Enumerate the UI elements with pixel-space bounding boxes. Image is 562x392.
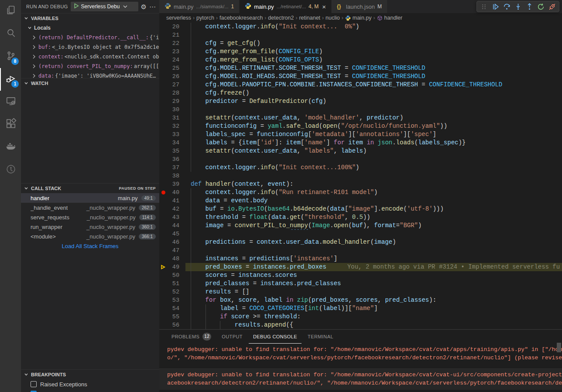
breakpoint-checkbox[interactable] xyxy=(31,381,37,387)
step-out-button[interactable] xyxy=(524,2,535,11)
line-gutter[interactable]: 44 xyxy=(159,222,185,230)
line-gutter[interactable]: 54 xyxy=(159,304,185,313)
line-gutter[interactable]: 23 xyxy=(159,48,185,56)
line-gutter[interactable]: 27 xyxy=(159,81,185,89)
close-icon[interactable]: × xyxy=(322,3,326,10)
variable-row[interactable]: data: {'image': 'iVBORw0KGo=AAAANSUhE… 5… xyxy=(21,71,159,78)
code-editor[interactable]: 20 context.logger.info("Init context... … xyxy=(159,23,562,329)
line-gutter[interactable]: 49 xyxy=(159,263,185,271)
continue-button[interactable] xyxy=(490,2,500,11)
line-gutter[interactable]: 45 xyxy=(159,230,185,238)
editor-tab-launch.json[interactable]: {}launch.jsonM xyxy=(332,0,387,13)
more-actions-icon[interactable]: ⋯ xyxy=(149,3,156,10)
line-number: 32 xyxy=(167,123,185,130)
line-gutter[interactable]: 42 xyxy=(159,205,185,213)
call-stack-section-header[interactable]: CALL STACK PAUSED ON STEP xyxy=(21,184,159,193)
panel-tab-terminal[interactable]: TERMINAL xyxy=(303,330,338,344)
debug-console-output[interactable]: pydev debugger: unable to find translati… xyxy=(159,344,562,392)
panel-tab-output[interactable]: OUTPUT xyxy=(217,330,247,344)
activity-run-and-debug-button[interactable]: 1 xyxy=(0,68,21,91)
line-gutter[interactable]: 30 xyxy=(159,106,185,114)
start-debugging-icon[interactable] xyxy=(73,3,79,10)
locals-group[interactable]: Locals xyxy=(21,23,159,33)
line-gutter[interactable]: 36 xyxy=(159,155,185,164)
variable-row[interactable]: (return) DefaultPredictor.__call__: {'in… xyxy=(21,33,159,42)
line-gutter[interactable]: 31 xyxy=(159,114,185,122)
panel-scrollbar[interactable] xyxy=(557,343,561,352)
breadcrumb-item-handler[interactable]: handler xyxy=(377,15,403,21)
frame-function: run_wrapper xyxy=(31,224,62,230)
activity-docker-button[interactable] xyxy=(0,136,21,159)
activity-search-button[interactable] xyxy=(0,23,21,45)
load-all-stack-frames-link[interactable]: Load All Stack Frames xyxy=(21,241,159,251)
editor-tab-main.py[interactable]: main.py.../retinanet/...4, M× xyxy=(240,0,332,13)
line-gutter[interactable]: 34 xyxy=(159,139,185,147)
line-gutter[interactable]: 25 xyxy=(159,64,185,72)
restart-button[interactable] xyxy=(535,2,546,11)
line-gutter[interactable]: 32 xyxy=(159,122,185,130)
activity-pipeline-button[interactable] xyxy=(0,159,21,181)
code-token: in xyxy=(367,139,374,146)
step-into-button[interactable] xyxy=(513,2,523,11)
call-stack-frame[interactable]: <module>_nuclio_wrapper.py366:1 xyxy=(21,232,159,241)
breadcrumb-item-detectron2[interactable]: detectron2 xyxy=(268,15,294,21)
line-gutter[interactable]: 35 xyxy=(159,147,185,155)
line-gutter[interactable]: 53 xyxy=(159,296,185,304)
editor-tab-main.py[interactable]: main.py.../siammask/...1 xyxy=(159,0,240,13)
gear-icon[interactable]: ⚙ xyxy=(141,3,147,10)
variable-row[interactable]: context: <nuclio_sdk.context.Context obj… xyxy=(21,52,159,61)
line-gutter[interactable]: 56 xyxy=(159,321,185,329)
line-gutter[interactable]: 47 xyxy=(159,246,185,255)
line-gutter[interactable]: 39 xyxy=(159,180,185,188)
debug-config-dropdown[interactable]: Serverless Debu xyxy=(71,2,138,11)
line-gutter[interactable]: 43 xyxy=(159,213,185,222)
line-gutter[interactable]: 38 xyxy=(159,172,185,180)
line-gutter[interactable]: 55 xyxy=(159,313,185,321)
panel-tab-debug-console[interactable]: DEBUG CONSOLE xyxy=(249,330,302,344)
line-gutter[interactable]: 37 xyxy=(159,164,185,172)
call-stack-frame[interactable]: serve_requests_nuclio_wrapper.py114:1 xyxy=(21,212,159,222)
line-gutter[interactable]: 20 xyxy=(159,23,185,31)
breadcrumb-item-pytorch[interactable]: pytorch xyxy=(196,15,214,21)
breadcrumb-item-retinanet[interactable]: retinanet xyxy=(299,15,320,21)
call-stack-frame[interactable]: run_wrapper_nuclio_wrapper.py360:1 xyxy=(21,222,159,232)
watch-section-header[interactable]: WATCH xyxy=(21,78,159,88)
breadcrumb-item-nuclio[interactable]: nuclio xyxy=(326,15,340,21)
code-token: int xyxy=(308,305,319,312)
line-gutter[interactable]: 24 xyxy=(159,56,185,64)
line-gutter[interactable]: 51 xyxy=(159,280,185,288)
code-token: score xyxy=(231,313,249,320)
variable-row[interactable]: buf: <_io.BytesIO object at 0x7f5a2dc1ec… xyxy=(21,42,159,52)
line-gutter[interactable]: 48 xyxy=(159,255,185,263)
code-line-56: 56 results.append({ xyxy=(159,321,562,329)
line-gutter[interactable]: 52 xyxy=(159,288,185,296)
breakpoints-section-header[interactable]: BREAKPOINTS xyxy=(21,370,159,379)
step-over-button[interactable] xyxy=(501,2,512,11)
line-gutter[interactable]: 46 xyxy=(159,238,185,246)
breadcrumb-item-facebookresearch[interactable]: facebookresearch xyxy=(219,15,263,21)
python-icon xyxy=(345,15,351,21)
line-gutter[interactable]: 22 xyxy=(159,39,185,48)
line-gutter[interactable]: 33 xyxy=(159,130,185,139)
activity-extensions-button[interactable] xyxy=(0,113,21,136)
activity-source-control-button[interactable]: 8 xyxy=(0,45,21,68)
line-gutter[interactable]: 40 xyxy=(159,188,185,197)
line-gutter[interactable]: 41 xyxy=(159,197,185,205)
variables-section-header[interactable]: VARIABLES xyxy=(21,14,159,23)
line-gutter[interactable]: 21 xyxy=(159,31,185,39)
line-gutter[interactable]: 26 xyxy=(159,72,185,81)
breadcrumb-item-serverless[interactable]: serverless xyxy=(166,15,191,21)
breadcrumb-item-main.py[interactable]: main.py xyxy=(345,15,372,21)
panel-tab-problems[interactable]: PROBLEMS12 xyxy=(167,330,216,344)
call-stack-frame[interactable]: handlermain.py49:1 xyxy=(21,193,159,203)
code-token: . xyxy=(216,65,220,72)
variable-row[interactable]: (return) convert_PIL_to_numpy: array([[[… xyxy=(21,61,159,71)
line-gutter[interactable]: 50 xyxy=(159,271,185,280)
disconnect-button[interactable] xyxy=(547,2,557,11)
code-token: pred_boxes xyxy=(206,263,242,270)
call-stack-frame[interactable]: _handle_event_nuclio_wrapper.py262:1 xyxy=(21,203,159,212)
line-gutter[interactable]: 29 xyxy=(159,97,185,106)
activity-remote-explorer-button[interactable] xyxy=(0,91,21,113)
line-gutter[interactable]: 28 xyxy=(159,89,185,97)
activity-explorer-button[interactable] xyxy=(0,0,21,23)
